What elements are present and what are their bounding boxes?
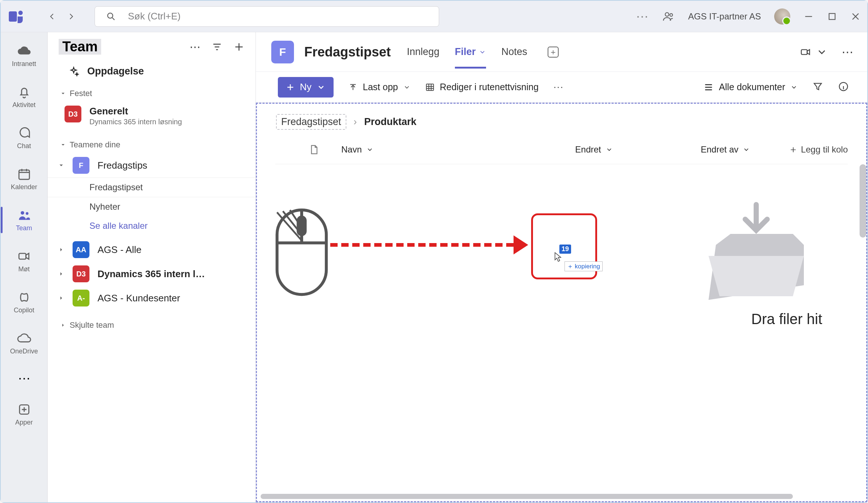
tab-notes[interactable]: Notes bbox=[501, 35, 527, 69]
teams-panel: Team ⋯ Oppdagelse Festet D3 Generelt Dyn… bbox=[48, 32, 256, 502]
toolbar-more-icon[interactable]: ⋯ bbox=[553, 81, 563, 93]
add-column-label: Legg til kolo bbox=[801, 144, 848, 155]
tab-filer[interactable]: Filer bbox=[455, 35, 486, 69]
nav-forward-icon[interactable] bbox=[67, 12, 76, 21]
section-text: Festet bbox=[70, 89, 92, 98]
team-dynamics[interactable]: D3 Dynamics 365 intern l… bbox=[48, 262, 255, 286]
svg-point-4 bbox=[670, 14, 673, 16]
empty-file-area: 19 ＋ kopiering Dra filer hit bbox=[257, 164, 866, 501]
copy-tooltip: ＋ kopiering bbox=[564, 261, 603, 271]
channel-fredagstipset[interactable]: Fredagstipset bbox=[48, 177, 255, 197]
cloud-outline-icon bbox=[17, 331, 31, 345]
upload-button[interactable]: Last opp bbox=[348, 82, 411, 92]
avatar[interactable] bbox=[774, 8, 790, 25]
chevron-down-icon bbox=[366, 146, 374, 153]
horizontal-scrollbar[interactable] bbox=[261, 494, 793, 499]
rail-label: Aktivitet bbox=[12, 101, 36, 109]
channel-more-icon[interactable]: ⋯ bbox=[842, 45, 853, 59]
rail-copilot[interactable]: Copilot bbox=[1, 285, 47, 319]
svg-rect-11 bbox=[801, 49, 807, 54]
rail-onedrive[interactable]: OneDrive bbox=[1, 326, 47, 360]
cloud-solid-icon bbox=[17, 44, 31, 58]
add-column-button[interactable]: ＋ Legg til kolo bbox=[788, 143, 848, 156]
svg-rect-9 bbox=[19, 253, 26, 259]
rail-intranett[interactable]: Intranett bbox=[1, 39, 47, 73]
tab-innlegg[interactable]: Innlegg bbox=[407, 35, 439, 69]
team-name: AGS - Kundesenter bbox=[98, 293, 180, 304]
svg-point-8 bbox=[26, 212, 28, 214]
breadcrumb-sep-icon: › bbox=[354, 116, 357, 128]
files-toolbar: Ny Last opp Rediger i rutenettvisning ⋯ … bbox=[256, 72, 867, 103]
titlebar-more-icon[interactable]: ⋯ bbox=[636, 9, 649, 24]
upload-icon bbox=[348, 82, 358, 92]
col-name[interactable]: Navn bbox=[341, 144, 374, 155]
channel-see-all[interactable]: Se alle kanaler bbox=[48, 216, 255, 235]
breadcrumb-root[interactable]: Fredagstipset bbox=[276, 114, 346, 130]
rail-kalender[interactable]: Kalender bbox=[1, 162, 47, 196]
grid-icon bbox=[425, 82, 435, 92]
edit-grid-label: Rediger i rutenettvisning bbox=[440, 82, 539, 92]
your-teams-section[interactable]: Teamene dine bbox=[48, 136, 255, 153]
svg-rect-0 bbox=[9, 11, 17, 22]
list-icon bbox=[703, 82, 714, 92]
section-text: Skjulte team bbox=[70, 320, 114, 330]
add-tab-button[interactable]: ＋ bbox=[548, 47, 559, 58]
meet-button[interactable] bbox=[800, 46, 828, 58]
maximize-icon[interactable] bbox=[827, 11, 837, 22]
col-label: Navn bbox=[341, 144, 362, 155]
edit-grid-button[interactable]: Rediger i rutenettvisning bbox=[425, 82, 539, 92]
svg-rect-6 bbox=[19, 170, 29, 179]
tab-label: Notes bbox=[501, 46, 527, 58]
search-input[interactable]: Søk (Ctrl+E) bbox=[95, 6, 439, 27]
hidden-teams-section[interactable]: Skjulte team bbox=[48, 317, 255, 334]
plus-icon bbox=[286, 83, 295, 92]
video-icon bbox=[17, 249, 31, 263]
chevron-down-icon bbox=[479, 48, 486, 56]
teams-app-icon bbox=[7, 8, 25, 25]
rail-aktivitet[interactable]: Aktivitet bbox=[1, 80, 47, 114]
plus-icon[interactable] bbox=[233, 41, 244, 52]
search-icon bbox=[106, 11, 116, 22]
team-kundesenter[interactable]: A- AGS - Kundesenter bbox=[48, 286, 255, 310]
close-icon[interactable] bbox=[850, 11, 861, 22]
team-ags-alle[interactable]: AA AGS - Alle bbox=[48, 238, 255, 262]
minimize-icon[interactable] bbox=[803, 11, 814, 22]
rail-mot[interactable]: Møt bbox=[1, 244, 47, 278]
cursor-icon bbox=[554, 252, 562, 262]
org-name: AGS IT-partner AS bbox=[688, 11, 761, 22]
rail-more-icon[interactable]: ⋯ bbox=[18, 371, 30, 386]
pinned-sub: Dynamics 365 intern løsning bbox=[89, 118, 182, 126]
dropzone-text: Dra filer hit bbox=[751, 311, 822, 327]
team-badge: D3 bbox=[65, 106, 81, 122]
pinned-team[interactable]: D3 Generelt Dynamics 365 intern løsning bbox=[48, 102, 255, 130]
people-icon[interactable] bbox=[662, 10, 675, 23]
info-button[interactable] bbox=[838, 81, 849, 93]
pinned-section[interactable]: Festet bbox=[48, 85, 255, 102]
panel-more-icon[interactable]: ⋯ bbox=[190, 40, 201, 53]
col-modified[interactable]: Endret bbox=[575, 144, 613, 155]
dropzone[interactable]: Fredagstipset › Produktark Navn Endret bbox=[256, 103, 867, 502]
discover-button[interactable]: Oppdagelse bbox=[48, 58, 255, 85]
channel-nyheter[interactable]: Nyheter bbox=[48, 197, 255, 216]
rail-chat[interactable]: Chat bbox=[1, 121, 47, 155]
team-fredagstips[interactable]: F Fredagstips bbox=[48, 153, 255, 177]
caret-right-icon bbox=[58, 271, 65, 277]
titlebar: Søk (Ctrl+E) ⋯ AGS IT-partner AS bbox=[1, 1, 867, 32]
filter-icon[interactable] bbox=[212, 41, 222, 52]
vertical-scrollbar[interactable] bbox=[860, 164, 866, 238]
nav-back-icon[interactable] bbox=[48, 12, 56, 21]
rail-apper[interactable]: Apper bbox=[1, 397, 47, 431]
rail-team[interactable]: Team bbox=[1, 203, 47, 237]
chevron-down-icon bbox=[606, 146, 613, 153]
caret-right-icon bbox=[58, 295, 65, 301]
rail-label: Team bbox=[16, 224, 32, 232]
panel-title: Team bbox=[59, 39, 101, 55]
rail-label: Copilot bbox=[14, 306, 34, 314]
section-text: Teamene dine bbox=[70, 140, 120, 150]
filter-files-button[interactable] bbox=[812, 81, 823, 93]
view-picker[interactable]: Alle dokumenter bbox=[703, 82, 798, 92]
funnel-icon bbox=[812, 81, 823, 92]
col-label: Endret bbox=[575, 144, 601, 155]
new-button[interactable]: Ny bbox=[278, 77, 334, 98]
col-modified-by[interactable]: Endret av bbox=[701, 144, 750, 155]
